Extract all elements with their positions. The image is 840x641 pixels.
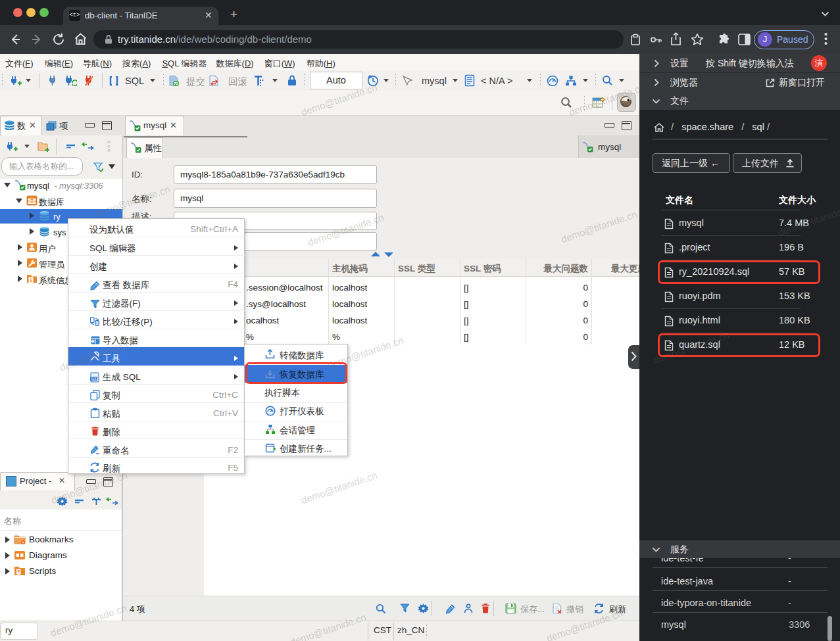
svg-text:SQL: SQL xyxy=(91,377,97,381)
